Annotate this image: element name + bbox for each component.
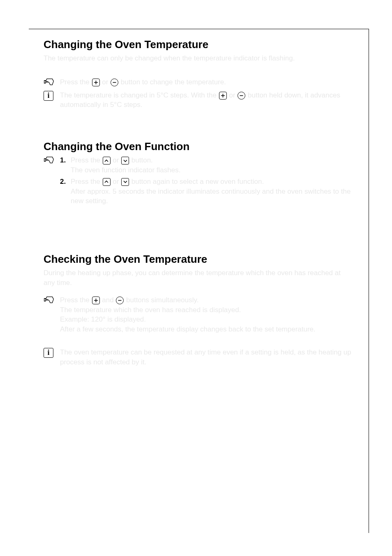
hand-pointer-icon: [44, 158, 54, 166]
info-row-temp: i The temperature is changed in 5°C step…: [44, 90, 354, 110]
minus-icon: [111, 79, 118, 86]
heading-changing-func: Changing the Oven Function: [44, 140, 354, 153]
hand-pointer-icon: [44, 80, 54, 88]
check-cont2: After a few seconds, the temperature dis…: [60, 324, 354, 334]
check-hand-mid: and: [102, 296, 115, 304]
check-cont1: The temperature which the oven has reach…: [60, 305, 354, 315]
check-demo: Example: 120° is displayed.: [60, 315, 354, 324]
heading-checking-temp: Checking the Oven Temperature: [44, 253, 354, 266]
up-arrow-icon: [103, 157, 111, 164]
step1-mid: or: [113, 156, 121, 164]
check-hand-pre: Press the: [60, 296, 92, 304]
step1-post: button.: [131, 156, 153, 164]
down-arrow-icon: [121, 157, 129, 164]
temp-info-pre: The temperature is changed in 5°C steps.…: [60, 91, 219, 99]
step-number-1: 1.: [60, 155, 71, 165]
step-number-2: 2.: [60, 177, 71, 187]
check-info: The oven temperature can be requested at…: [60, 348, 354, 367]
step2-cont: After approx. 5 seconds the indicator il…: [71, 187, 354, 206]
up-arrow-icon: [103, 178, 111, 186]
heading-changing-temp: Changing the Oven Temperature: [44, 38, 354, 51]
intro-changing-temp: The temperature can only be changed when…: [44, 53, 354, 63]
step1-pre: Press the: [71, 156, 102, 164]
step1-row: 1. Press the or button. The oven functio…: [44, 155, 354, 175]
down-arrow-icon: [121, 178, 129, 186]
info-row-check: i The oven temperature can be requested …: [44, 348, 354, 367]
hand-pointer-icon: [44, 298, 54, 306]
step2-row: 2. Press the or button again to select a…: [44, 177, 354, 206]
temp-info-mid: or: [229, 91, 237, 99]
step2-pre: Press the: [71, 178, 102, 185]
temp-hand-mid: or: [102, 78, 110, 86]
plus-icon: [92, 297, 100, 304]
info-icon: i: [44, 91, 53, 101]
step1-cont: The oven function indicator flashes.: [71, 165, 354, 175]
intro-checking-temp: During the heating up phase, you can det…: [44, 268, 354, 288]
plus-icon: [92, 79, 100, 86]
temp-hand-post: button to change the temperature.: [121, 78, 226, 86]
plus-icon: [219, 92, 227, 100]
info-icon: i: [44, 348, 53, 358]
hand-row-temp: Press the or button to change the temper…: [44, 77, 354, 89]
temp-hand-pre: Press the: [60, 78, 92, 86]
minus-icon: [238, 92, 245, 100]
hand-row-check: Press the and buttons simultaneously. Th…: [44, 295, 354, 334]
step2-post: button again to select a new oven functi…: [131, 178, 264, 185]
check-hand-post: buttons simultaneously.: [126, 296, 198, 304]
minus-icon: [116, 297, 124, 304]
step2-mid: or: [113, 178, 121, 185]
